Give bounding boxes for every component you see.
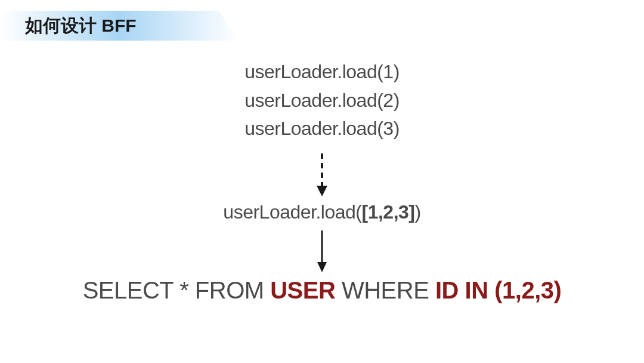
svg-marker-1 [317, 186, 327, 196]
code-line-1: userLoader.load(1) [244, 60, 400, 85]
code-line-2: userLoader.load(2) [244, 88, 400, 113]
arrow-solid-icon [321, 229, 323, 271]
arrow-dashed-icon [321, 152, 323, 194]
diagram-content: userLoader.load(1) userLoader.load(2) us… [0, 60, 644, 304]
sql-highlight-idin: ID IN (1,2,3) [435, 277, 561, 303]
svg-marker-3 [317, 262, 327, 272]
batch-code-line: userLoader.load([1,2,3]) [223, 201, 420, 223]
sql-highlight-user: USER [270, 277, 335, 303]
batch-suffix: ) [415, 201, 421, 223]
slide-title: 如何设计 BFF [25, 14, 137, 38]
sql-line: SELECT * FROM USER WHERE ID IN (1,2,3) [83, 277, 562, 304]
code-line-3: userLoader.load(3) [244, 116, 400, 141]
title-banner: 如何设计 BFF [0, 11, 239, 41]
batch-prefix: userLoader.load( [223, 201, 361, 223]
sql-part2: WHERE [335, 277, 435, 303]
batch-arg: [1,2,3] [362, 201, 415, 223]
sql-part1: SELECT * FROM [83, 277, 271, 303]
